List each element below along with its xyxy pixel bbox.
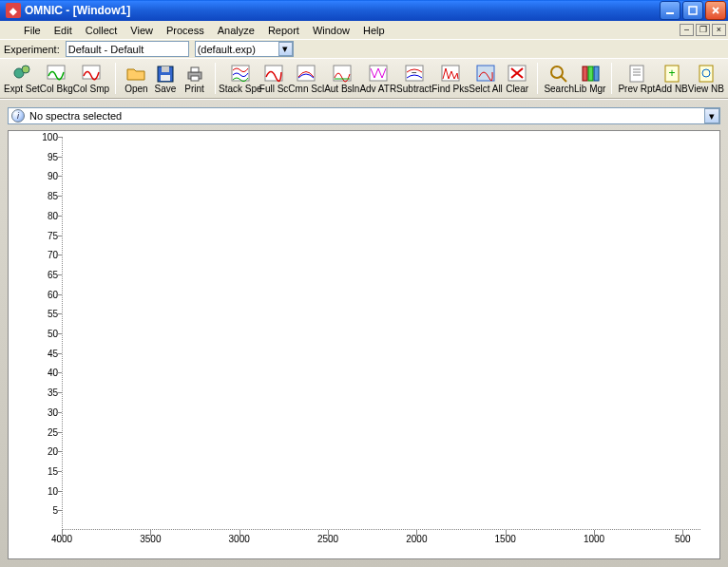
menu-report[interactable]: Report — [261, 23, 306, 38]
menu-process[interactable]: Process — [160, 23, 211, 38]
full-sc-icon — [262, 63, 285, 84]
toolbar-label: Aut Bsln — [324, 85, 359, 94]
toolbar-label: Expt Set — [4, 85, 40, 94]
toolbar-prev-rpt[interactable]: Prev Rpt — [618, 61, 655, 96]
toolbar-col-bkg[interactable]: Col Bkg — [40, 61, 73, 96]
y-tick-label: 20 — [29, 446, 58, 457]
x-tick-mark — [594, 530, 595, 536]
y-tick-mark — [56, 412, 62, 413]
toolbar-cmn-scl[interactable]: Cmn Scl — [288, 61, 324, 96]
y-tick-label: 35 — [29, 387, 58, 398]
svg-rect-1 — [689, 7, 697, 14]
toolbar-view-nb[interactable]: View NB — [688, 61, 724, 96]
workspace: i No spectra selected ▾ 5101520253035404… — [0, 99, 728, 567]
y-tick-label: 45 — [29, 348, 58, 358]
mdi-restore-button[interactable]: ❐ — [696, 24, 710, 36]
svg-text:+: + — [668, 66, 675, 80]
toolbar-label: Cmn Scl — [288, 85, 324, 94]
y-tick-mark — [56, 392, 62, 393]
toolbar-label: Adv ATR — [359, 85, 396, 94]
toolbar-add-nb[interactable]: +Add NB — [655, 61, 687, 96]
aut-bsln-icon — [331, 63, 354, 84]
status-message: No spectra selected — [29, 110, 122, 122]
toolbar-label: Prev Rpt — [618, 85, 655, 94]
main-toolbar: Expt SetCol BkgCol SmpOpenSavePrintStack… — [0, 58, 728, 99]
mdi-minimize-button[interactable]: – — [680, 24, 694, 36]
open-icon — [125, 63, 147, 84]
toolbar-label: Search — [544, 85, 574, 94]
menu-file[interactable]: File — [17, 23, 48, 38]
y-tick-mark — [56, 372, 62, 373]
minimize-button[interactable] — [660, 1, 680, 20]
menu-help[interactable]: Help — [356, 23, 392, 38]
menu-edit[interactable]: Edit — [48, 23, 79, 38]
x-tick-mark — [239, 530, 240, 536]
y-tick-mark — [56, 176, 62, 177]
y-tick-label: 30 — [29, 406, 58, 417]
y-tick-label: 15 — [29, 465, 58, 476]
toolbar-open[interactable]: Open — [122, 61, 151, 96]
toolbar-find-pks[interactable]: Find Pks — [431, 61, 469, 96]
svg-rect-27 — [594, 66, 599, 81]
x-tick-mark — [62, 530, 63, 536]
svg-rect-26 — [588, 66, 593, 81]
y-tick-mark — [56, 255, 62, 255]
y-tick-mark — [56, 451, 62, 452]
y-tick-mark — [56, 157, 62, 158]
toolbar-adv-atr[interactable]: Adv ATR — [359, 61, 396, 96]
toolbar-aut-bsln[interactable]: Aut Bsln — [324, 61, 359, 96]
y-tick-mark — [56, 353, 62, 354]
toolbar-label: Find Pks — [431, 85, 469, 94]
add-nb-icon: + — [661, 63, 683, 84]
toolbar-save[interactable]: Save — [151, 61, 181, 96]
menu-view[interactable]: View — [124, 23, 160, 38]
toolbar-col-smp[interactable]: Col Smp — [73, 61, 109, 96]
toolbar-subtract[interactable]: −Subtract — [396, 61, 431, 96]
experiment-name-combo[interactable]: Default - Default — [66, 41, 189, 57]
status-dropdown-button[interactable]: ▾ — [704, 108, 719, 123]
x-tick-mark — [682, 530, 683, 536]
y-tick-label: 80 — [29, 210, 58, 220]
close-button[interactable] — [705, 1, 726, 20]
svg-rect-28 — [630, 66, 643, 82]
menu-collect[interactable]: Collect — [79, 23, 125, 38]
toolbar-full-sc[interactable]: Full Sc — [259, 61, 289, 96]
toolbar-stack-spe[interactable]: Stack Spe — [221, 61, 259, 96]
toolbar-print[interactable]: Print — [180, 61, 209, 96]
y-tick-label: 55 — [29, 309, 58, 319]
toolbar-clear[interactable]: Clear — [503, 61, 532, 96]
x-tick-mark — [506, 530, 507, 536]
window-titlebar: ◆ OMNIC - [Window1] — [0, 0, 728, 21]
toolbar-lib-mgr[interactable]: Lib Mgr — [574, 61, 605, 96]
x-tick-mark — [416, 530, 417, 536]
mdi-close-button[interactable]: × — [712, 24, 726, 36]
prev-rpt-icon — [625, 63, 648, 84]
maximize-button[interactable] — [682, 1, 703, 20]
experiment-bar: Experiment: Default - Default (default.e… — [0, 39, 728, 58]
col-bkg-icon — [45, 63, 67, 84]
clear-icon — [506, 63, 528, 84]
menu-analyze[interactable]: Analyze — [211, 23, 261, 38]
expt-set-icon — [10, 63, 33, 84]
y-tick-label: 5 — [29, 505, 58, 516]
y-tick-mark — [56, 216, 62, 217]
toolbar-label: Full Sc — [259, 85, 289, 94]
svg-rect-10 — [191, 67, 199, 72]
y-tick-mark — [56, 510, 62, 511]
y-tick-label: 100 — [29, 132, 58, 142]
toolbar-label: Subtract — [396, 85, 431, 94]
find-pks-icon — [439, 63, 462, 84]
toolbar-search[interactable]: Search — [544, 61, 574, 96]
svg-rect-11 — [191, 76, 199, 81]
spectra-status-bar[interactable]: i No spectra selected ▾ — [8, 107, 720, 124]
toolbar-label: Selct All — [469, 85, 503, 94]
menu-bar: File Edit Collect View Process Analyze R… — [0, 21, 728, 39]
toolbar-selct-all[interactable]: Selct All — [469, 61, 503, 96]
experiment-file-combo[interactable]: (default.exp) ▾ — [195, 41, 294, 57]
app-icon: ◆ — [6, 3, 21, 18]
toolbar-label: Col Bkg — [40, 85, 73, 94]
spectrum-plot[interactable]: 5101520253035404550556065707580859095100… — [8, 130, 720, 559]
menu-window[interactable]: Window — [306, 23, 356, 38]
toolbar-expt-set[interactable]: Expt Set — [4, 61, 40, 96]
y-tick-mark — [56, 491, 62, 492]
